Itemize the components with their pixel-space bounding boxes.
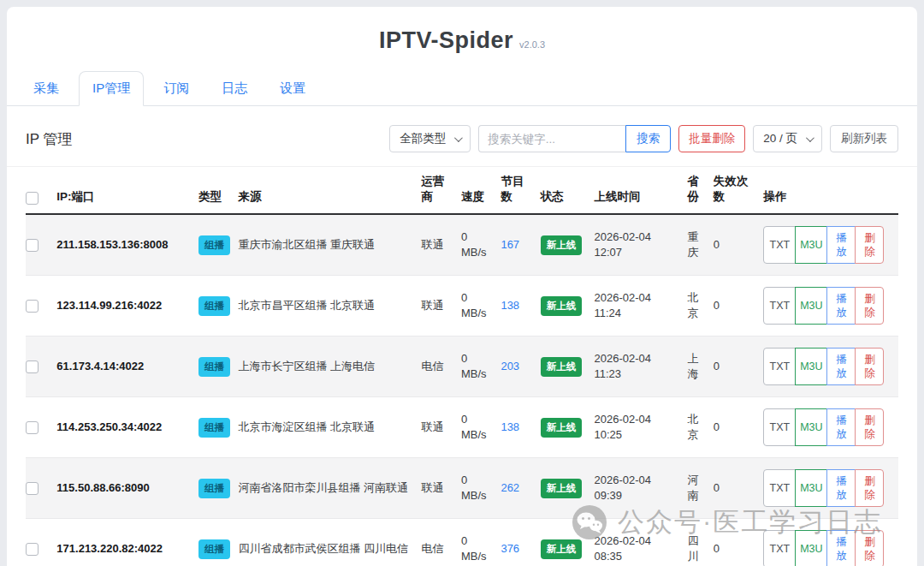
status-badge: 新上线 — [541, 357, 583, 377]
programs-count-link[interactable]: 138 — [500, 420, 519, 433]
delete-button[interactable]: 删除 — [855, 348, 884, 385]
play-button[interactable]: 播放 — [826, 287, 856, 325]
type-badge: 组播 — [198, 357, 230, 377]
fail-count-cell: 0 — [714, 276, 764, 337]
header-province: 省份 — [688, 167, 714, 214]
row-checkbox-cell — [26, 214, 56, 276]
play-button[interactable]: 播放 — [826, 348, 856, 385]
row-action-group: TXT M3U 播放 删除 — [763, 530, 884, 566]
m3u-button[interactable]: M3U — [795, 530, 827, 566]
type-cell: 组播 — [198, 519, 238, 566]
refresh-list-button[interactable]: 刷新列表 — [830, 125, 898, 152]
page-size-value: 20 / 页 — [763, 131, 797, 146]
toolbar: 全部类型 搜索 批量删除 20 / 页 刷新列表 — [389, 125, 898, 152]
m3u-button[interactable]: M3U — [795, 408, 827, 446]
status-badge: 新上线 — [541, 296, 583, 316]
page-size-select[interactable]: 20 / 页 — [753, 125, 822, 152]
programs-count-link[interactable]: 376 — [500, 542, 519, 555]
txt-button[interactable]: TXT — [763, 408, 796, 446]
tab-logs[interactable]: 日志 — [209, 72, 260, 105]
tab-collect[interactable]: 采集 — [21, 72, 72, 105]
source-cell: 四川省成都市武侯区组播 四川电信 — [238, 519, 421, 566]
header-fail-count: 失效次数 — [714, 167, 764, 214]
row-action-group: TXT M3U 播放 删除 — [763, 287, 884, 325]
txt-button[interactable]: TXT — [763, 226, 796, 264]
delete-button[interactable]: 删除 — [855, 530, 884, 566]
isp-cell: 电信 — [422, 337, 461, 397]
isp-cell: 联通 — [422, 214, 461, 276]
programs-count-link[interactable]: 138 — [500, 299, 519, 312]
isp-cell: 联通 — [422, 276, 461, 337]
row-checkbox[interactable] — [26, 360, 38, 373]
programs-count-link[interactable]: 203 — [500, 360, 519, 372]
source-cell: 重庆市渝北区组播 重庆联通 — [238, 214, 421, 276]
ip-port-cell: 123.114.99.216:4022 — [56, 276, 198, 337]
source-cell: 上海市长宁区组播 上海电信 — [238, 337, 421, 397]
type-badge: 组播 — [198, 418, 230, 438]
ip-port-cell: 211.158.153.136:8008 — [56, 214, 198, 276]
status-badge: 新上线 — [541, 539, 583, 559]
play-button[interactable]: 播放 — [826, 226, 856, 264]
isp-cell: 电信 — [422, 519, 461, 566]
province-cell: 河南 — [688, 458, 714, 519]
type-cell: 组播 — [198, 214, 238, 276]
m3u-button[interactable]: M3U — [795, 469, 827, 507]
type-filter-select[interactable]: 全部类型 — [389, 125, 471, 152]
row-checkbox[interactable] — [26, 300, 38, 313]
online-time-cell: 2026-02-04 12:07 — [594, 214, 687, 276]
search-button[interactable]: 搜索 — [625, 125, 671, 152]
row-checkbox[interactable] — [26, 239, 38, 252]
header-isp: 运营商 — [422, 167, 461, 214]
txt-button[interactable]: TXT — [763, 530, 796, 566]
play-button[interactable]: 播放 — [826, 530, 856, 566]
delete-button[interactable]: 删除 — [855, 469, 884, 507]
delete-button[interactable]: 删除 — [855, 287, 884, 325]
programs-count-link[interactable]: 167 — [500, 238, 519, 251]
tab-ip-management[interactable]: IP管理 — [79, 71, 144, 106]
delete-button[interactable]: 删除 — [855, 226, 884, 264]
status-cell: 新上线 — [541, 214, 595, 276]
app-version: v2.0.3 — [519, 39, 545, 50]
txt-button[interactable]: TXT — [763, 348, 796, 385]
select-all-checkbox[interactable] — [26, 192, 38, 205]
speed-cell: 0 MB/s — [461, 276, 500, 337]
type-cell: 组播 — [198, 458, 238, 519]
header-type: 类型 — [198, 167, 238, 214]
delete-button[interactable]: 删除 — [855, 408, 884, 446]
ip-port-cell: 115.50.88.66:8090 — [56, 458, 198, 519]
tab-settings[interactable]: 设置 — [267, 72, 318, 105]
txt-button[interactable]: TXT — [763, 287, 796, 325]
row-checkbox[interactable] — [26, 543, 38, 556]
status-cell: 新上线 — [541, 397, 595, 458]
section-header: IP 管理 全部类型 搜索 批量删除 20 / 页 刷新列表 — [7, 106, 917, 167]
m3u-button[interactable]: M3U — [795, 287, 827, 325]
row-checkbox-cell — [26, 458, 56, 519]
m3u-button[interactable]: M3U — [795, 348, 827, 385]
row-checkbox-cell — [26, 519, 56, 566]
search-input[interactable] — [478, 125, 625, 152]
row-checkbox[interactable] — [26, 421, 38, 434]
actions-cell: TXT M3U 播放 删除 — [763, 519, 898, 566]
row-checkbox[interactable] — [26, 482, 38, 495]
ip-port-cell: 114.253.250.34:4022 — [56, 397, 198, 458]
table-body: 211.158.153.136:8008 组播 重庆市渝北区组播 重庆联通 联通… — [26, 214, 898, 566]
m3u-button[interactable]: M3U — [795, 226, 827, 264]
ip-port-cell: 61.173.4.14:4022 — [56, 337, 198, 397]
batch-delete-button[interactable]: 批量删除 — [678, 125, 745, 152]
play-button[interactable]: 播放 — [826, 469, 856, 507]
table-row: 123.114.99.216:4022 组播 北京市昌平区组播 北京联通 联通 … — [26, 276, 898, 337]
status-cell: 新上线 — [541, 337, 595, 397]
online-time-cell: 2026-02-04 10:25 — [594, 397, 687, 458]
play-button[interactable]: 播放 — [826, 408, 856, 446]
txt-button[interactable]: TXT — [763, 469, 796, 507]
type-cell: 组播 — [198, 337, 238, 397]
tab-subscription[interactable]: 订阅 — [151, 72, 202, 105]
province-cell: 四川 — [688, 519, 714, 566]
header-speed: 速度 — [461, 167, 500, 214]
province-cell: 北京 — [688, 397, 714, 458]
page-title: IP 管理 — [26, 129, 72, 149]
app-title: IPTV-Spider — [379, 27, 513, 53]
programs-count-link[interactable]: 262 — [500, 481, 519, 494]
row-action-group: TXT M3U 播放 删除 — [763, 408, 884, 446]
province-cell: 北京 — [688, 276, 714, 337]
